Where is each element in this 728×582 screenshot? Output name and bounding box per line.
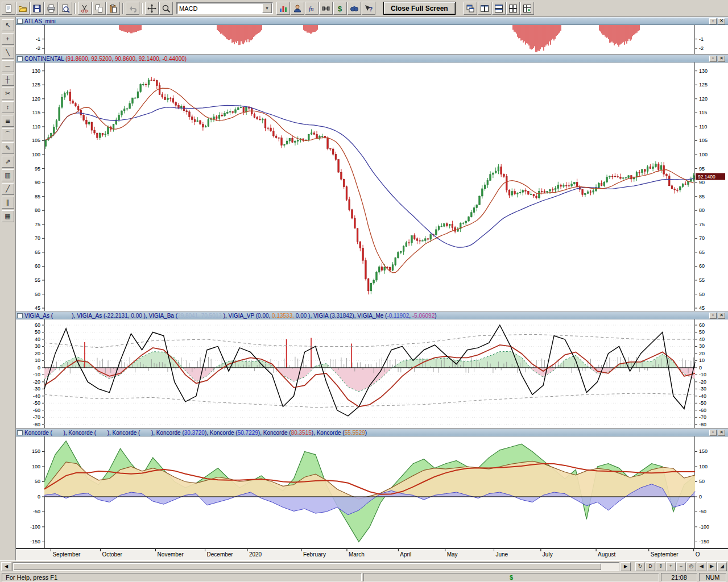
toolbar-button-paste[interactable]: [106, 2, 120, 15]
pane-restore-button[interactable]: ▫: [709, 56, 717, 62]
y-axis-label: -1: [699, 36, 704, 42]
horizontal-scrollbar[interactable]: [13, 562, 619, 571]
y-axis-label: 130: [32, 68, 40, 74]
status-bar: For Help, press F1 $ 21:08 NUM: [0, 572, 728, 582]
size-grip-button[interactable]: ◢: [717, 562, 727, 571]
toolbar-window-group: [464, 2, 534, 15]
pane-continental-titlebar[interactable]: CONTINENTAL (91.8600, 92.5200, 90.8600, …: [16, 55, 728, 63]
toolbar-button-tile-horizontal[interactable]: [492, 2, 506, 15]
tool-horizontal-line[interactable]: ─: [2, 60, 14, 72]
pane-title-segment: ), Koncorde (: [107, 430, 140, 436]
y-axis-label: 90: [699, 180, 705, 185]
tool-cycle-lines[interactable]: ▥: [2, 169, 14, 181]
toolbar-button-explorer[interactable]: [348, 2, 361, 15]
pane-close-button[interactable]: ✕: [718, 313, 725, 319]
tool-arc[interactable]: ⌒: [2, 128, 14, 140]
periodicity-daily-button[interactable]: D: [646, 562, 655, 571]
scroll-right-button[interactable]: ▶: [621, 562, 631, 571]
toolbar-button-expert-advisor[interactable]: [291, 2, 304, 15]
vigia-oscillator-chart[interactable]: 60605050404030302020101000-10-10-20-20-3…: [16, 319, 728, 428]
tool-trendline[interactable]: ╲: [2, 47, 14, 59]
scroll-page-right-button[interactable]: ▶: [707, 562, 717, 571]
pane-close-button[interactable]: ✕: [718, 56, 725, 62]
pane-system-menu-icon[interactable]: [17, 430, 23, 435]
pane-restore-button[interactable]: ▫: [709, 18, 717, 24]
tool-pointer[interactable]: ↖: [2, 19, 14, 31]
tool-gann-line[interactable]: ╱: [2, 183, 14, 195]
upper-band-line: [44, 334, 695, 348]
tool-quadrant-lines[interactable]: ≣: [2, 115, 14, 127]
tool-crosshair[interactable]: +: [2, 33, 14, 45]
pane-koncorde-titlebar[interactable]: Koncorde ( ), Koncorde ( ), Koncorde ( )…: [16, 429, 728, 436]
y-axis-label: 100: [32, 464, 40, 469]
toolbar-button-quick-chart[interactable]: [276, 2, 290, 15]
continental-candlestick-chart[interactable]: 1301301251251201201151151101101051051001…: [16, 63, 728, 311]
pane-restore-button[interactable]: ▫: [709, 430, 717, 436]
zoom-out-button[interactable]: −: [676, 562, 686, 571]
pane-vigia: VIGIA_As ( ), VIGIA_As (-22.2131, 0.00 )…: [16, 311, 728, 429]
close-full-screen-button[interactable]: Close Full Screen: [383, 2, 456, 15]
y-axis-label: 60: [699, 263, 705, 269]
toolbar-button-undo[interactable]: [126, 2, 139, 15]
tool-patterns[interactable]: ▦: [2, 210, 14, 222]
toolbar-button-indicator-builder[interactable]: fn: [305, 2, 318, 15]
tool-delete[interactable]: ✂: [2, 88, 14, 99]
toolbar-button-open-folder[interactable]: [16, 2, 30, 15]
pane-vigia-titlebar[interactable]: VIGIA_As ( ), VIGIA_As (-22.2131, 0.00 )…: [16, 311, 728, 319]
pane-system-menu-icon[interactable]: [17, 313, 23, 318]
toolbar-button-copy[interactable]: [92, 2, 106, 15]
pane-title-segment: ), Koncorde (: [151, 430, 184, 436]
toolbar-button-tile-vertical[interactable]: [478, 2, 491, 15]
pane-system-menu-icon[interactable]: [17, 56, 23, 61]
tool-grid[interactable]: ┼: [2, 74, 14, 86]
scroll-left-button[interactable]: ◀: [1, 562, 11, 571]
toolbar-button-print[interactable]: [44, 2, 58, 15]
zoom-in-button[interactable]: +: [666, 562, 676, 571]
tool-parallel-lines[interactable]: ∥: [2, 197, 14, 209]
tile-vertical-icon: [480, 4, 489, 13]
horizontal-scroll-row: ◀ ▶ ↻D⇕+−◎◀▶◢: [0, 560, 728, 572]
toolbar-button-cut[interactable]: [78, 2, 92, 15]
toolbar-button-move[interactable]: [145, 2, 159, 15]
pane-close-button[interactable]: ✕: [718, 430, 725, 436]
vertical-zoom-button[interactable]: ⇕: [656, 562, 665, 571]
tool-arrow[interactable]: ⇗: [2, 156, 14, 168]
toolbar-button-zoom[interactable]: [159, 2, 173, 15]
toolbar-button-context-help[interactable]: ?: [362, 2, 375, 15]
toolbar-separator: [142, 3, 143, 14]
atlas-chart[interactable]: -1-1-2-2: [16, 25, 728, 54]
alert-bars: [85, 338, 351, 367]
toolbar-button-dollar[interactable]: $: [333, 2, 347, 15]
pane-restore-button[interactable]: ▫: [709, 313, 717, 319]
date-axis-labels: SeptemberOctoberNovemberDecember2020Febr…: [16, 548, 728, 560]
dropdown-arrow-icon[interactable]: ▼: [262, 3, 272, 13]
y-axis-label: 125: [32, 82, 40, 88]
zoom-reset-button[interactable]: ◎: [686, 562, 696, 571]
x-axis-label: February: [303, 551, 326, 558]
pane-close-button[interactable]: ✕: [718, 18, 725, 24]
y-axis-label: 75: [699, 222, 705, 227]
scrollbar-thumb[interactable]: [14, 563, 601, 570]
refresh-button[interactable]: ↻: [635, 562, 645, 571]
cut-icon: [80, 4, 89, 13]
y-axis-label: 120: [699, 96, 708, 102]
x-axis-label: September: [651, 551, 679, 558]
y-axis-label: -50: [699, 400, 706, 406]
pane-atlas-titlebar[interactable]: ATLAS_mini ▫ ✕: [16, 17, 728, 25]
tool-expansion[interactable]: ↕: [2, 101, 14, 113]
koncorde-area-chart[interactable]: 150150100100505000-50-50-100-100-150-150: [16, 436, 728, 548]
x-axis-label: March: [349, 551, 365, 558]
scroll-page-left-button[interactable]: ◀: [697, 562, 706, 571]
toolbar-button-new-window[interactable]: [464, 2, 477, 15]
toolbar-button-system-tester[interactable]: [319, 2, 333, 15]
indicator-dropdown[interactable]: MACD ▼: [176, 2, 273, 14]
pane-system-menu-icon[interactable]: [17, 19, 23, 24]
toolbar-button-save[interactable]: [30, 2, 44, 15]
toolbar-button-new-document[interactable]: [2, 2, 15, 15]
toolbar-button-tile-grid[interactable]: [506, 2, 520, 15]
tool-annotate[interactable]: ✎: [2, 142, 14, 154]
toolbar-button-workspace[interactable]: [520, 2, 534, 15]
y-axis-label: 50: [699, 292, 705, 297]
toolbar-button-print-preview[interactable]: [59, 2, 72, 15]
status-dollar-indicator: $: [363, 573, 659, 581]
